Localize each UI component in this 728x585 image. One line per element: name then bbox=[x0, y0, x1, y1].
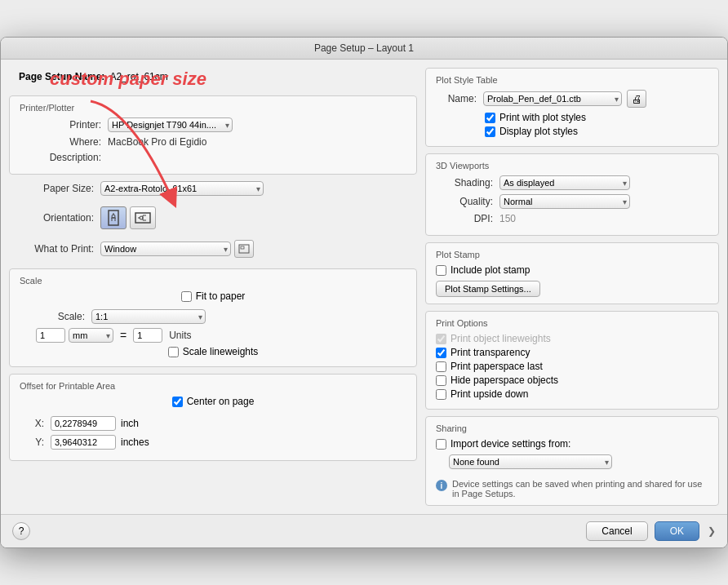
shading-label: Shading: bbox=[436, 177, 493, 188]
display-plot-styles-label: Display plot styles bbox=[499, 126, 578, 137]
y-unit: inches bbox=[121, 437, 149, 448]
sharing-info: i Device settings can be saved when prin… bbox=[436, 479, 708, 499]
scale-select[interactable]: 1:1 bbox=[91, 309, 206, 324]
fit-to-paper-label: Fit to paper bbox=[196, 290, 246, 302]
fit-to-paper-checkbox[interactable] bbox=[181, 291, 192, 302]
page-setup-dialog: Page Setup – Layout 1 custom paper size … bbox=[0, 37, 728, 548]
center-on-page-checkbox[interactable] bbox=[172, 397, 183, 407]
dpi-label: DPI: bbox=[436, 213, 493, 224]
device-select[interactable]: None found bbox=[449, 454, 612, 469]
upside-down-checkbox[interactable] bbox=[436, 389, 446, 400]
print-options-section: Print Options Print object lineweights P… bbox=[425, 311, 719, 410]
transparency-row[interactable]: Print transparency bbox=[436, 347, 708, 358]
shading-select[interactable]: As displayed bbox=[499, 175, 630, 190]
include-stamp-label: Include plot stamp bbox=[451, 264, 530, 276]
dpi-row: DPI: 150 bbox=[436, 213, 708, 224]
scale-section: Scale Fit to paper Scale: 1:1 bbox=[9, 268, 417, 367]
hide-paperspace-row[interactable]: Hide paperspace objects bbox=[436, 374, 708, 386]
quality-row: Quality: Normal bbox=[436, 194, 708, 209]
scale-lineweights-checkbox[interactable] bbox=[168, 347, 179, 357]
window-select-icon[interactable] bbox=[234, 240, 254, 258]
y-label: Y: bbox=[20, 437, 44, 448]
x-unit: inch bbox=[121, 418, 139, 429]
lineweights-row[interactable]: Print object lineweights bbox=[436, 333, 708, 344]
ok-button[interactable]: OK bbox=[655, 521, 699, 541]
y-offset-row: Y: inches bbox=[20, 435, 406, 450]
scale-unit-wrapper[interactable]: mm bbox=[69, 328, 113, 343]
units-label: Units bbox=[169, 330, 191, 341]
cancel-button[interactable]: Cancel bbox=[586, 521, 647, 541]
lineweights-checkbox[interactable] bbox=[436, 334, 446, 344]
dialog-title: Page Setup – Layout 1 bbox=[314, 42, 414, 54]
x-input[interactable] bbox=[51, 416, 116, 431]
plot-style-section: Plot Style Table Name: Prolab_Pen_def_01… bbox=[425, 68, 719, 147]
annotation-arrow bbox=[66, 93, 197, 224]
x-offset-row: X: inch bbox=[20, 416, 406, 431]
equals-sign: = bbox=[120, 329, 127, 342]
annotation-text: custom paper size bbox=[50, 69, 206, 90]
what-to-print-row: What to Print: Window bbox=[9, 240, 417, 258]
viewports-section: 3D Viewports Shading: As displayed Quali… bbox=[425, 153, 719, 236]
quality-select[interactable]: Normal bbox=[499, 194, 630, 209]
plot-style-name-label: Name: bbox=[436, 93, 477, 104]
scale-unit-select[interactable]: mm bbox=[69, 328, 113, 343]
footer-buttons: Cancel OK ❯ bbox=[586, 521, 716, 541]
quality-label: Quality: bbox=[436, 196, 493, 207]
expand-icon: ❯ bbox=[708, 525, 716, 537]
include-stamp-row[interactable]: Include plot stamp bbox=[436, 264, 708, 276]
print-with-styles-label: Print with plot styles bbox=[499, 112, 586, 123]
what-to-print-select-wrapper[interactable]: Window bbox=[100, 242, 231, 256]
hide-paperspace-checkbox[interactable] bbox=[436, 375, 446, 386]
fit-to-paper-row[interactable]: Fit to paper bbox=[181, 290, 246, 302]
plot-style-printer-button[interactable]: 🖨 bbox=[627, 90, 646, 108]
plot-style-name-wrapper[interactable]: Prolab_Pen_def_01.ctb bbox=[483, 91, 622, 106]
center-on-page-label: Center on page bbox=[187, 396, 255, 407]
upside-down-label: Print upside down bbox=[451, 388, 528, 400]
plot-style-name-controls: Prolab_Pen_def_01.ctb 🖨 bbox=[483, 90, 646, 108]
display-plot-styles-row[interactable]: Display plot styles bbox=[485, 126, 708, 137]
paperspace-last-checkbox[interactable] bbox=[436, 361, 446, 372]
y-input[interactable] bbox=[51, 435, 116, 450]
paperspace-last-row[interactable]: Print paperspace last bbox=[436, 361, 708, 372]
sharing-info-text: Device settings can be saved when printi… bbox=[452, 479, 708, 499]
info-icon: i bbox=[436, 480, 447, 491]
scale-lineweights-row[interactable]: Scale lineweights bbox=[168, 346, 259, 357]
lineweights-label: Print object lineweights bbox=[451, 333, 551, 344]
plot-stamp-settings-button[interactable]: Plot Stamp Settings... bbox=[436, 281, 540, 297]
what-to-print-select[interactable]: Window bbox=[100, 242, 231, 256]
device-select-wrapper[interactable]: None found bbox=[449, 454, 612, 469]
scale-input1[interactable] bbox=[36, 328, 65, 343]
offset-section-label: Offset for Printable Area bbox=[20, 381, 406, 391]
display-plot-styles-checkbox[interactable] bbox=[485, 126, 495, 137]
scale-select-wrapper[interactable]: 1:1 bbox=[91, 309, 206, 324]
title-bar: Page Setup – Layout 1 bbox=[1, 38, 727, 60]
scale-label: Scale: bbox=[20, 311, 85, 322]
center-on-page-row[interactable]: Center on page bbox=[172, 396, 255, 407]
plot-stamp-section: Plot Stamp Include plot stamp Plot Stamp… bbox=[425, 242, 719, 304]
import-settings-row[interactable]: Import device settings from: bbox=[436, 438, 708, 450]
help-button[interactable]: ? bbox=[12, 522, 30, 540]
plot-style-name-row: Name: Prolab_Pen_def_01.ctb 🖨 bbox=[436, 90, 708, 108]
svg-rect-13 bbox=[241, 246, 244, 249]
print-with-styles-checkbox[interactable] bbox=[485, 113, 495, 123]
plot-style-section-label: Plot Style Table bbox=[436, 75, 708, 85]
import-settings-label: Import device settings from: bbox=[451, 438, 570, 450]
sharing-section: Sharing Import device settings from: Non… bbox=[425, 416, 719, 506]
sharing-section-label: Sharing bbox=[436, 423, 708, 433]
include-stamp-checkbox[interactable] bbox=[436, 265, 446, 276]
shading-select-wrapper[interactable]: As displayed bbox=[499, 175, 630, 190]
scale-section-label: Scale bbox=[20, 276, 406, 286]
scale-input2[interactable] bbox=[133, 328, 162, 343]
print-with-styles-row[interactable]: Print with plot styles bbox=[485, 112, 708, 123]
import-settings-checkbox[interactable] bbox=[436, 439, 446, 450]
x-label: X: bbox=[20, 418, 44, 429]
paperspace-last-label: Print paperspace last bbox=[451, 361, 543, 372]
right-panel: Plot Style Table Name: Prolab_Pen_def_01… bbox=[425, 68, 719, 506]
shading-row: Shading: As displayed bbox=[436, 175, 708, 190]
upside-down-row[interactable]: Print upside down bbox=[436, 388, 708, 400]
dialog-footer: ? Cancel OK ❯ bbox=[1, 514, 727, 547]
transparency-checkbox[interactable] bbox=[436, 348, 446, 358]
quality-select-wrapper[interactable]: Normal bbox=[499, 194, 630, 209]
what-to-print-label: What to Print: bbox=[12, 243, 94, 255]
plot-style-name-select[interactable]: Prolab_Pen_def_01.ctb bbox=[483, 91, 622, 106]
